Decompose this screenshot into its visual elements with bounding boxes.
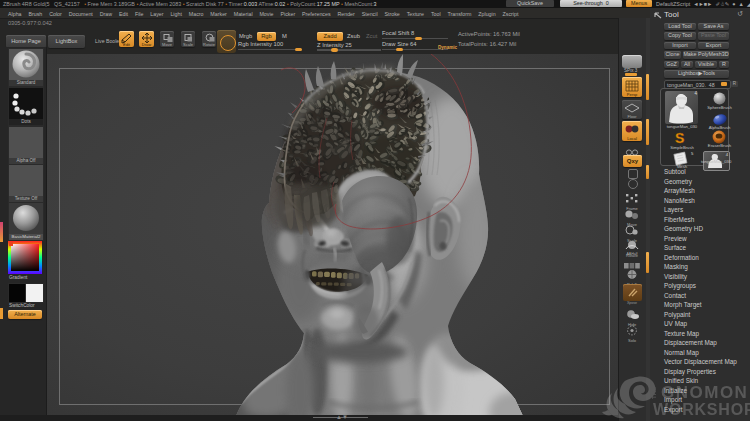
svg-text:WORKSHOP: WORKSHOP: [653, 401, 750, 418]
svg-text:THE: THE: [651, 387, 657, 399]
svg-text:GNOMON: GNOMON: [661, 383, 748, 402]
svg-text:S: S: [675, 131, 684, 145]
